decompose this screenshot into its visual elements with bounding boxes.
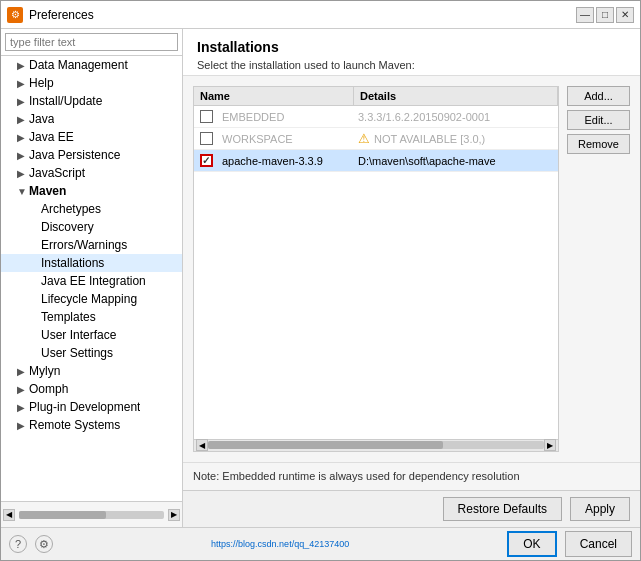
expand-arrow: ▶ — [17, 132, 29, 143]
left-panel: ▶ Data Management ▶ Help ▶ Install/Updat… — [1, 29, 183, 527]
tree-label: Oomph — [29, 382, 68, 396]
expand-arrow: ▼ — [17, 186, 29, 197]
close-button[interactable]: ✕ — [616, 7, 634, 23]
apply-button[interactable]: Apply — [570, 497, 630, 521]
expand-arrow: ▶ — [17, 60, 29, 71]
warning-icon: ⚠ — [358, 131, 370, 146]
tree-item-maven[interactable]: ▼ Maven — [1, 182, 182, 200]
checkbox-checked[interactable]: ✓ — [200, 154, 213, 167]
tree-label: Java — [29, 112, 54, 126]
scroll-right-arrow[interactable]: ▶ — [168, 509, 180, 521]
right-body: Name Details EMBEDDED 3.3.3/1.6.2.201509… — [183, 76, 640, 462]
tree-item-discovery[interactable]: Discovery — [1, 218, 182, 236]
table-scroll-track[interactable] — [208, 441, 544, 449]
main-content: ▶ Data Management ▶ Help ▶ Install/Updat… — [1, 29, 640, 527]
table-body: EMBEDDED 3.3.3/1.6.2.20150902-0001 WORKS… — [194, 106, 558, 439]
table-row[interactable]: WORKSPACE ⚠ NOT AVAILABLE [3.0,) — [194, 128, 558, 150]
tree-item-remote-systems[interactable]: ▶ Remote Systems — [1, 416, 182, 434]
tree-label: Remote Systems — [29, 418, 120, 432]
tree-label: Mylyn — [29, 364, 60, 378]
preferences-window: ⚙ Preferences — □ ✕ ▶ Data Management ▶ — [0, 0, 641, 561]
tree-label: Java Persistence — [29, 148, 120, 162]
filter-box — [1, 29, 182, 56]
expand-arrow: ▶ — [17, 114, 29, 125]
tree-item-archetypes[interactable]: Archetypes — [1, 200, 182, 218]
tree-item-help[interactable]: ▶ Help — [1, 74, 182, 92]
tree-label: Archetypes — [41, 202, 101, 216]
tree-item-install-update[interactable]: ▶ Install/Update — [1, 92, 182, 110]
panel-title: Installations — [197, 39, 626, 55]
row-name-apache-maven: apache-maven-3.3.9 — [218, 153, 354, 169]
remove-button[interactable]: Remove — [567, 134, 630, 154]
checkmark-icon: ✓ — [202, 155, 210, 166]
expand-arrow: ▶ — [17, 366, 29, 377]
tree-item-java-ee[interactable]: ▶ Java EE — [1, 128, 182, 146]
table-header: Name Details — [194, 87, 558, 106]
checkbox[interactable] — [200, 110, 213, 123]
side-buttons: Add... Edit... Remove — [567, 86, 630, 452]
table-row[interactable]: EMBEDDED 3.3.3/1.6.2.20150902-0001 — [194, 106, 558, 128]
column-name-header: Name — [194, 87, 354, 105]
tree-label: Errors/Warnings — [41, 238, 127, 252]
row-checkbox-apache-maven[interactable]: ✓ — [194, 154, 218, 167]
note-bar: Note: Embedded runtime is always used fo… — [183, 462, 640, 490]
table-scroll-left[interactable]: ◀ — [196, 439, 208, 451]
table-scroll-right[interactable]: ▶ — [544, 439, 556, 451]
tree-item-plug-in-development[interactable]: ▶ Plug-in Development — [1, 398, 182, 416]
tree-item-java[interactable]: ▶ Java — [1, 110, 182, 128]
tree-item-oomph[interactable]: ▶ Oomph — [1, 380, 182, 398]
row-details-apache-maven: D:\maven\soft\apache-mave — [354, 153, 558, 169]
tree-item-java-persistence[interactable]: ▶ Java Persistence — [1, 146, 182, 164]
row-details-workspace: ⚠ NOT AVAILABLE [3.0,) — [354, 129, 558, 148]
tree-label: Plug-in Development — [29, 400, 140, 414]
tree-label: Discovery — [41, 220, 94, 234]
tree-label: Templates — [41, 310, 96, 324]
tree-label: Lifecycle Mapping — [41, 292, 137, 306]
tree-item-java-ee-integration[interactable]: Java EE Integration — [1, 272, 182, 290]
tree-item-javascript[interactable]: ▶ JavaScript — [1, 164, 182, 182]
table-row[interactable]: ✓ apache-maven-3.3.9 D:\maven\soft\apach… — [194, 150, 558, 172]
expand-arrow: ▶ — [17, 168, 29, 179]
tree-label: Installations — [41, 256, 104, 270]
edit-button[interactable]: Edit... — [567, 110, 630, 130]
tree-item-lifecycle-mapping[interactable]: Lifecycle Mapping — [1, 290, 182, 308]
window-controls: — □ ✕ — [576, 7, 634, 23]
tree-item-errors-warnings[interactable]: Errors/Warnings — [1, 236, 182, 254]
filter-input[interactable] — [5, 33, 178, 51]
minimize-button[interactable]: — — [576, 7, 594, 23]
ok-button[interactable]: OK — [507, 531, 556, 557]
row-name-workspace: WORKSPACE — [218, 131, 354, 147]
cancel-button[interactable]: Cancel — [565, 531, 632, 557]
tree-item-user-settings[interactable]: User Settings — [1, 344, 182, 362]
tree-item-installations[interactable]: Installations — [1, 254, 182, 272]
tree-label: Maven — [29, 184, 66, 198]
expand-arrow: ▶ — [17, 384, 29, 395]
checkbox[interactable] — [200, 132, 213, 145]
row-checkbox-workspace[interactable] — [194, 132, 218, 145]
tree-item-user-interface[interactable]: User Interface — [1, 326, 182, 344]
tree-item-data-management[interactable]: ▶ Data Management — [1, 56, 182, 74]
window-title: Preferences — [29, 8, 570, 22]
footer-link[interactable]: https://blog.csdn.net/qq_42137400 — [211, 539, 349, 549]
row-details-embedded: 3.3.3/1.6.2.20150902-0001 — [354, 109, 558, 125]
tree-container[interactable]: ▶ Data Management ▶ Help ▶ Install/Updat… — [1, 56, 182, 501]
tree-item-mylyn[interactable]: ▶ Mylyn — [1, 362, 182, 380]
app-icon: ⚙ — [7, 7, 23, 23]
title-bar: ⚙ Preferences — □ ✕ — [1, 1, 640, 29]
scroll-left-arrow[interactable]: ◀ — [3, 509, 15, 521]
footer-bar: ? ⚙ https://blog.csdn.net/qq_42137400 OK… — [1, 527, 640, 560]
tree-label: Java EE Integration — [41, 274, 146, 288]
help-button[interactable]: ? — [9, 535, 27, 553]
row-checkbox-embedded[interactable] — [194, 110, 218, 123]
tree-label: Java EE — [29, 130, 74, 144]
left-scroll-track[interactable] — [19, 511, 164, 519]
settings-button[interactable]: ⚙ — [35, 535, 53, 553]
tree-label: Data Management — [29, 58, 128, 72]
tree-label: User Settings — [41, 346, 113, 360]
panel-subtitle: Select the installation used to launch M… — [197, 59, 626, 71]
add-button[interactable]: Add... — [567, 86, 630, 106]
maximize-button[interactable]: □ — [596, 7, 614, 23]
expand-arrow: ▶ — [17, 96, 29, 107]
restore-defaults-button[interactable]: Restore Defaults — [443, 497, 562, 521]
tree-item-templates[interactable]: Templates — [1, 308, 182, 326]
